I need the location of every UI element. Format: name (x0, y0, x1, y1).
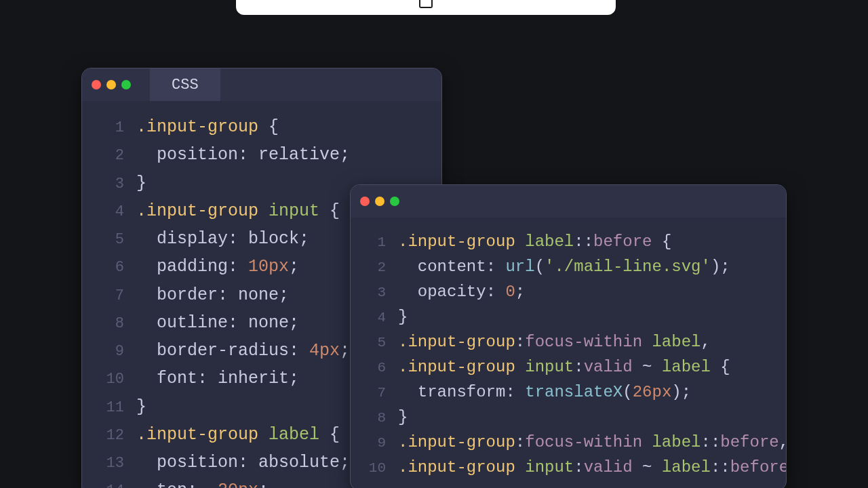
line-number: 9 (97, 340, 124, 364)
code-text: .input-group { (136, 113, 279, 141)
code-text: .input-group label::before { (398, 230, 671, 255)
line-number: 2 (363, 257, 386, 279)
code-text: .input-group:focus-within label::before, (398, 430, 787, 455)
line-number: 5 (363, 332, 386, 354)
code-text: } (398, 405, 408, 430)
demo-input-preview (236, 0, 616, 15)
close-icon[interactable] (92, 80, 101, 89)
line-number: 6 (363, 357, 386, 379)
code-text: border-radius: 4px; (136, 337, 350, 365)
maximize-icon[interactable] (390, 197, 399, 206)
code-text: transform: translateX(26px); (398, 380, 691, 405)
code-text: } (136, 169, 146, 197)
code-line: 1.input-group { (82, 113, 441, 141)
code-text: position: absolute; (136, 449, 350, 476)
code-text: .input-group input:valid ~ label::before… (398, 455, 787, 481)
code-text: font: inherit; (136, 365, 299, 392)
code-line: 6.input-group input:valid ~ label { (351, 355, 786, 380)
code-text: outline: none; (136, 309, 299, 337)
code-line: 1.input-group label::before { (351, 230, 786, 255)
line-number: 5 (97, 228, 124, 252)
code-body[interactable]: 1.input-group label::before {2 content: … (351, 218, 786, 488)
window-titlebar: CSS (82, 68, 441, 101)
editor-tab[interactable]: CSS (150, 68, 220, 101)
line-number: 3 (363, 282, 386, 304)
code-line: 8} (351, 405, 786, 430)
line-number: 3 (97, 172, 124, 197)
minimize-icon[interactable] (106, 80, 116, 89)
line-number: 10 (363, 458, 386, 479)
code-text: .input-group label { (136, 421, 340, 449)
traffic-lights (360, 197, 399, 206)
code-text: } (398, 305, 408, 330)
minimize-icon[interactable] (375, 197, 384, 206)
traffic-lights (92, 80, 131, 89)
line-number: 2 (97, 144, 124, 168)
line-number: 14 (97, 479, 124, 488)
code-text: content: url('./mail-line.svg'); (398, 255, 730, 280)
code-text: .input-group input { (136, 197, 340, 225)
line-number: 11 (97, 396, 124, 420)
code-line: 2 content: url('./mail-line.svg'); (351, 255, 786, 280)
line-number: 9 (363, 432, 386, 454)
code-text: .input-group:focus-within label, (398, 330, 711, 355)
line-number: 12 (97, 424, 124, 448)
code-text: position: relative; (136, 141, 350, 169)
line-number: 7 (363, 382, 386, 404)
code-line: 2 position: relative; (82, 141, 441, 169)
code-line: 3 opacity: 0; (351, 280, 786, 305)
code-line: 9.input-group:focus-within label::before… (351, 430, 786, 455)
code-line: 10.input-group input:valid ~ label::befo… (351, 455, 786, 481)
line-number: 1 (363, 232, 386, 253)
tab-label: CSS (172, 77, 199, 94)
maximize-icon[interactable] (121, 80, 131, 89)
code-text: top: -20px; (136, 476, 269, 488)
close-icon[interactable] (360, 197, 370, 206)
line-number: 6 (97, 256, 124, 280)
code-text: padding: 10px; (136, 253, 299, 281)
code-text: .input-group input:valid ~ label { (398, 355, 730, 380)
mail-icon (419, 0, 433, 8)
line-number: 8 (363, 407, 386, 429)
line-number: 10 (97, 367, 124, 392)
line-number: 7 (97, 284, 124, 308)
code-line: 4} (351, 305, 786, 330)
code-text: border: none; (136, 281, 289, 309)
code-line: 5.input-group:focus-within label, (351, 330, 786, 355)
window-titlebar (351, 185, 786, 218)
line-number: 4 (97, 200, 124, 224)
code-text: display: block; (136, 225, 309, 253)
line-number: 13 (97, 451, 124, 476)
code-text: } (136, 393, 146, 421)
line-number: 8 (97, 312, 124, 336)
code-window-css-2: 1.input-group label::before {2 content: … (350, 184, 787, 488)
code-text: opacity: 0; (398, 280, 525, 305)
line-number: 1 (97, 116, 124, 140)
code-line: 7 transform: translateX(26px); (351, 380, 786, 405)
line-number: 4 (363, 307, 386, 329)
